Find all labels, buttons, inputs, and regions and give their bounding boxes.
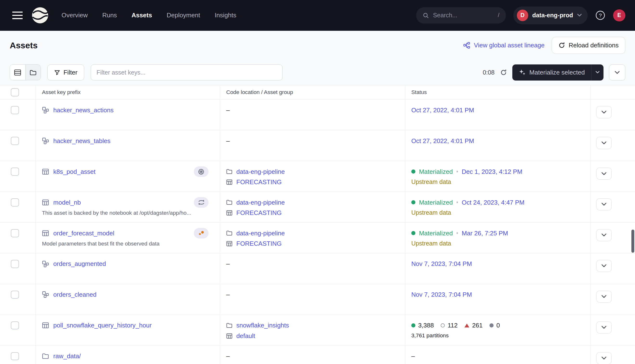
asset-link[interactable]: poll_snowflake_query_history_hour bbox=[54, 320, 152, 330]
deployment-switcher[interactable]: D data-eng-prod bbox=[513, 6, 588, 24]
hamburger-icon bbox=[12, 11, 23, 20]
select-all-checkbox[interactable] bbox=[11, 88, 19, 96]
row-checkbox[interactable] bbox=[11, 352, 19, 360]
materialized-label: Materialized bbox=[419, 167, 453, 176]
asset-group-link[interactable]: default bbox=[236, 331, 255, 341]
chevron-down-icon bbox=[601, 172, 607, 175]
partition-count: 0 bbox=[489, 320, 500, 330]
row-expand-button[interactable] bbox=[596, 168, 612, 180]
row-expand-button[interactable] bbox=[596, 352, 612, 364]
table-icon bbox=[42, 322, 49, 329]
asset-group-icon bbox=[226, 240, 233, 247]
row-checkbox[interactable] bbox=[11, 229, 19, 237]
partition-success-dot bbox=[411, 323, 415, 328]
asset-link[interactable]: orders_augmented bbox=[54, 259, 106, 268]
materialize-selected-button[interactable]: Materialize selected bbox=[512, 64, 591, 80]
view-global-asset-lineage-link[interactable]: View global asset lineage bbox=[463, 42, 544, 49]
row-checkbox[interactable] bbox=[11, 137, 19, 145]
asset-key-filter-input[interactable] bbox=[91, 64, 283, 80]
nav-insights[interactable]: Insights bbox=[215, 12, 236, 19]
row-checkbox[interactable] bbox=[11, 106, 19, 114]
reload-definitions-button[interactable]: Reload definitions bbox=[552, 37, 625, 54]
flat-view-button[interactable] bbox=[10, 65, 25, 80]
materialization-date-link[interactable]: Oct 24, 2023, 4:47 PM bbox=[462, 198, 525, 207]
nav-runs[interactable]: Runs bbox=[102, 12, 117, 19]
user-avatar[interactable]: E bbox=[613, 10, 625, 22]
help-button[interactable]: ? bbox=[595, 10, 606, 21]
asset-link[interactable]: orders_cleaned bbox=[54, 290, 97, 299]
table-row: hacker_news_actions–Oct 27, 2022, 4:01 P… bbox=[0, 100, 635, 130]
folder-view-icon bbox=[30, 70, 36, 76]
table-row: orders_cleaned–Nov 7, 2023, 7:04 PM bbox=[0, 284, 635, 315]
table-icon bbox=[42, 199, 49, 206]
partition-failed-triangle bbox=[464, 324, 469, 328]
table-icon bbox=[42, 230, 49, 237]
chevron-down-icon bbox=[601, 203, 607, 206]
asset-group-link[interactable]: FORECASTING bbox=[236, 208, 282, 218]
nav-deployment[interactable]: Deployment bbox=[167, 12, 200, 19]
row-expand-button[interactable] bbox=[596, 229, 612, 242]
asset-link[interactable]: hacker_news_actions bbox=[54, 105, 114, 115]
page-header: Assets View global asset lineage Reload … bbox=[0, 31, 635, 60]
table-row: raw_data/–– bbox=[0, 346, 635, 364]
materialization-date-link[interactable]: Oct 27, 2022, 4:01 PM bbox=[411, 106, 474, 114]
table-row: orders_augmented–Nov 7, 2023, 7:04 PM bbox=[0, 254, 635, 284]
nav-overview[interactable]: Overview bbox=[62, 12, 88, 19]
code-location-link[interactable]: data-eng-pipeline bbox=[236, 228, 285, 238]
materialization-date-link[interactable]: Nov 7, 2023, 7:04 PM bbox=[411, 291, 472, 298]
partition-counts: 3,3881122610 bbox=[411, 320, 590, 330]
row-expand-button[interactable] bbox=[596, 322, 612, 334]
asset-group-link[interactable]: FORECASTING bbox=[236, 177, 282, 187]
column-header-status: Status bbox=[405, 85, 590, 100]
filter-button[interactable]: Filter bbox=[47, 64, 84, 80]
notebook-icon bbox=[198, 200, 205, 205]
table-row: order_forecast_modelModel parameters tha… bbox=[0, 223, 635, 254]
materialize-options-button[interactable] bbox=[591, 64, 603, 80]
asset-link[interactable]: order_forecast_model bbox=[54, 228, 115, 238]
asset-link[interactable]: raw_data/ bbox=[54, 351, 81, 361]
empty-value: – bbox=[226, 137, 230, 144]
row-expand-button[interactable] bbox=[596, 260, 612, 272]
chevron-down-icon bbox=[601, 295, 607, 298]
row-checkbox[interactable] bbox=[11, 291, 19, 299]
asset-link[interactable]: model_nb bbox=[54, 198, 81, 207]
kubernetes-badge bbox=[194, 166, 209, 177]
row-expand-button[interactable] bbox=[596, 291, 612, 303]
code-location-link[interactable]: data-eng-pipeline bbox=[236, 198, 285, 207]
row-expand-button[interactable] bbox=[596, 198, 612, 210]
asset-group-link[interactable]: FORECASTING bbox=[236, 239, 282, 248]
group-icon bbox=[42, 291, 49, 298]
row-checkbox[interactable] bbox=[11, 168, 19, 176]
row-expand-button[interactable] bbox=[596, 106, 612, 118]
materialization-date-link[interactable]: Mar 26, 7:25 PM bbox=[462, 228, 508, 238]
materialization-date-link[interactable]: Nov 7, 2023, 7:04 PM bbox=[411, 260, 472, 267]
table-row: k8s_pod_assetdata-eng-pipelineFORECASTIN… bbox=[0, 161, 635, 192]
materialization-date-link[interactable]: Dec 1, 2023, 4:12 PM bbox=[462, 167, 522, 176]
svg-text:?: ? bbox=[599, 12, 602, 18]
kubernetes-icon bbox=[198, 168, 205, 175]
menu-button[interactable] bbox=[10, 9, 25, 22]
materialized-label: Materialized bbox=[419, 228, 453, 238]
chevron-down-icon bbox=[577, 14, 582, 17]
row-checkbox[interactable] bbox=[11, 198, 19, 206]
top-navbar: Overview Runs Assets Deployment Insights… bbox=[0, 0, 635, 31]
row-checkbox[interactable] bbox=[11, 322, 19, 330]
refresh-button[interactable] bbox=[500, 69, 507, 76]
lineage-icon bbox=[463, 42, 470, 49]
nav-assets[interactable]: Assets bbox=[132, 12, 152, 19]
row-checkbox[interactable] bbox=[11, 260, 19, 268]
chevron-down-icon bbox=[601, 356, 607, 360]
global-search-input[interactable]: Search... / bbox=[416, 7, 506, 23]
lineage-link-label: View global asset lineage bbox=[474, 42, 544, 49]
scrollbar-thumb[interactable] bbox=[631, 230, 634, 253]
code-location-link[interactable]: snowflake_insights bbox=[236, 320, 289, 330]
folder-view-button[interactable] bbox=[25, 65, 41, 80]
empty-value: – bbox=[226, 291, 230, 298]
code-location-link[interactable]: data-eng-pipeline bbox=[236, 167, 285, 176]
row-expand-button[interactable] bbox=[596, 137, 612, 149]
reload-button-label: Reload definitions bbox=[569, 42, 618, 49]
asset-link[interactable]: hacker_news_tables bbox=[54, 136, 111, 146]
materialization-date-link[interactable]: Oct 27, 2022, 4:01 PM bbox=[411, 137, 474, 144]
asset-link[interactable]: k8s_pod_asset bbox=[54, 167, 96, 176]
collapse-rows-button[interactable] bbox=[609, 64, 625, 80]
